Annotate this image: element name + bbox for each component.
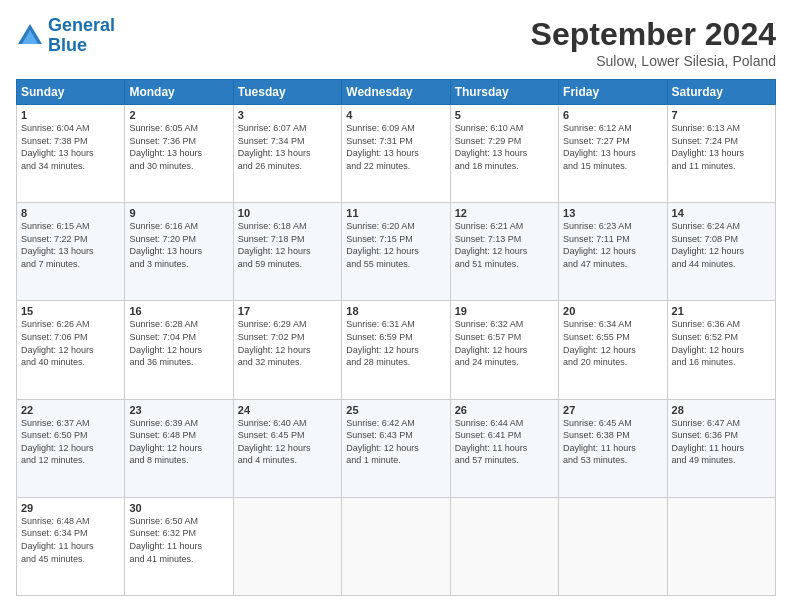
day-number: 24	[238, 404, 337, 416]
day-number: 1	[21, 109, 120, 121]
calendar-cell: 18Sunrise: 6:31 AM Sunset: 6:59 PM Dayli…	[342, 301, 450, 399]
day-info: Sunrise: 6:39 AM Sunset: 6:48 PM Dayligh…	[129, 417, 228, 467]
day-info: Sunrise: 6:13 AM Sunset: 7:24 PM Dayligh…	[672, 122, 771, 172]
calendar-cell: 6Sunrise: 6:12 AM Sunset: 7:27 PM Daylig…	[559, 105, 667, 203]
calendar-cell: 26Sunrise: 6:44 AM Sunset: 6:41 PM Dayli…	[450, 399, 558, 497]
day-number: 25	[346, 404, 445, 416]
day-info: Sunrise: 6:32 AM Sunset: 6:57 PM Dayligh…	[455, 318, 554, 368]
day-info: Sunrise: 6:28 AM Sunset: 7:04 PM Dayligh…	[129, 318, 228, 368]
day-number: 16	[129, 305, 228, 317]
calendar-cell: 10Sunrise: 6:18 AM Sunset: 7:18 PM Dayli…	[233, 203, 341, 301]
day-number: 20	[563, 305, 662, 317]
calendar-cell: 2Sunrise: 6:05 AM Sunset: 7:36 PM Daylig…	[125, 105, 233, 203]
calendar-cell: 1Sunrise: 6:04 AM Sunset: 7:38 PM Daylig…	[17, 105, 125, 203]
day-number: 26	[455, 404, 554, 416]
day-number: 28	[672, 404, 771, 416]
calendar-week-row: 8Sunrise: 6:15 AM Sunset: 7:22 PM Daylig…	[17, 203, 776, 301]
location-subtitle: Sulow, Lower Silesia, Poland	[531, 53, 776, 69]
day-of-week-header: Tuesday	[233, 80, 341, 105]
day-info: Sunrise: 6:09 AM Sunset: 7:31 PM Dayligh…	[346, 122, 445, 172]
day-info: Sunrise: 6:07 AM Sunset: 7:34 PM Dayligh…	[238, 122, 337, 172]
day-info: Sunrise: 6:50 AM Sunset: 6:32 PM Dayligh…	[129, 515, 228, 565]
day-of-week-row: SundayMondayTuesdayWednesdayThursdayFrid…	[17, 80, 776, 105]
day-number: 14	[672, 207, 771, 219]
day-number: 23	[129, 404, 228, 416]
day-info: Sunrise: 6:21 AM Sunset: 7:13 PM Dayligh…	[455, 220, 554, 270]
day-number: 18	[346, 305, 445, 317]
calendar-cell	[667, 497, 775, 595]
day-info: Sunrise: 6:42 AM Sunset: 6:43 PM Dayligh…	[346, 417, 445, 467]
calendar-cell: 13Sunrise: 6:23 AM Sunset: 7:11 PM Dayli…	[559, 203, 667, 301]
page: General Blue September 2024 Sulow, Lower…	[0, 0, 792, 612]
calendar-cell: 22Sunrise: 6:37 AM Sunset: 6:50 PM Dayli…	[17, 399, 125, 497]
calendar-cell	[233, 497, 341, 595]
calendar-cell: 21Sunrise: 6:36 AM Sunset: 6:52 PM Dayli…	[667, 301, 775, 399]
logo: General Blue	[16, 16, 115, 56]
calendar-cell: 12Sunrise: 6:21 AM Sunset: 7:13 PM Dayli…	[450, 203, 558, 301]
day-number: 13	[563, 207, 662, 219]
day-number: 22	[21, 404, 120, 416]
calendar-cell: 20Sunrise: 6:34 AM Sunset: 6:55 PM Dayli…	[559, 301, 667, 399]
calendar-cell: 9Sunrise: 6:16 AM Sunset: 7:20 PM Daylig…	[125, 203, 233, 301]
day-number: 30	[129, 502, 228, 514]
calendar: SundayMondayTuesdayWednesdayThursdayFrid…	[16, 79, 776, 596]
day-of-week-header: Sunday	[17, 80, 125, 105]
day-info: Sunrise: 6:29 AM Sunset: 7:02 PM Dayligh…	[238, 318, 337, 368]
day-number: 11	[346, 207, 445, 219]
calendar-cell: 3Sunrise: 6:07 AM Sunset: 7:34 PM Daylig…	[233, 105, 341, 203]
day-number: 9	[129, 207, 228, 219]
logo-text: General Blue	[48, 16, 115, 56]
day-number: 2	[129, 109, 228, 121]
calendar-cell: 30Sunrise: 6:50 AM Sunset: 6:32 PM Dayli…	[125, 497, 233, 595]
day-info: Sunrise: 6:45 AM Sunset: 6:38 PM Dayligh…	[563, 417, 662, 467]
day-number: 8	[21, 207, 120, 219]
calendar-cell	[342, 497, 450, 595]
logo-line1: General	[48, 15, 115, 35]
day-of-week-header: Friday	[559, 80, 667, 105]
day-number: 3	[238, 109, 337, 121]
day-of-week-header: Wednesday	[342, 80, 450, 105]
day-number: 19	[455, 305, 554, 317]
calendar-cell: 25Sunrise: 6:42 AM Sunset: 6:43 PM Dayli…	[342, 399, 450, 497]
day-info: Sunrise: 6:05 AM Sunset: 7:36 PM Dayligh…	[129, 122, 228, 172]
calendar-cell: 29Sunrise: 6:48 AM Sunset: 6:34 PM Dayli…	[17, 497, 125, 595]
logo-line2: Blue	[48, 35, 87, 55]
day-info: Sunrise: 6:23 AM Sunset: 7:11 PM Dayligh…	[563, 220, 662, 270]
calendar-cell: 14Sunrise: 6:24 AM Sunset: 7:08 PM Dayli…	[667, 203, 775, 301]
day-info: Sunrise: 6:36 AM Sunset: 6:52 PM Dayligh…	[672, 318, 771, 368]
calendar-cell	[450, 497, 558, 595]
day-of-week-header: Thursday	[450, 80, 558, 105]
day-number: 15	[21, 305, 120, 317]
day-number: 29	[21, 502, 120, 514]
calendar-cell: 24Sunrise: 6:40 AM Sunset: 6:45 PM Dayli…	[233, 399, 341, 497]
day-info: Sunrise: 6:31 AM Sunset: 6:59 PM Dayligh…	[346, 318, 445, 368]
day-of-week-header: Saturday	[667, 80, 775, 105]
day-info: Sunrise: 6:18 AM Sunset: 7:18 PM Dayligh…	[238, 220, 337, 270]
day-info: Sunrise: 6:04 AM Sunset: 7:38 PM Dayligh…	[21, 122, 120, 172]
day-info: Sunrise: 6:34 AM Sunset: 6:55 PM Dayligh…	[563, 318, 662, 368]
calendar-week-row: 1Sunrise: 6:04 AM Sunset: 7:38 PM Daylig…	[17, 105, 776, 203]
calendar-cell: 19Sunrise: 6:32 AM Sunset: 6:57 PM Dayli…	[450, 301, 558, 399]
day-number: 12	[455, 207, 554, 219]
calendar-body: 1Sunrise: 6:04 AM Sunset: 7:38 PM Daylig…	[17, 105, 776, 596]
day-info: Sunrise: 6:26 AM Sunset: 7:06 PM Dayligh…	[21, 318, 120, 368]
day-info: Sunrise: 6:47 AM Sunset: 6:36 PM Dayligh…	[672, 417, 771, 467]
day-info: Sunrise: 6:48 AM Sunset: 6:34 PM Dayligh…	[21, 515, 120, 565]
day-info: Sunrise: 6:24 AM Sunset: 7:08 PM Dayligh…	[672, 220, 771, 270]
calendar-cell: 28Sunrise: 6:47 AM Sunset: 6:36 PM Dayli…	[667, 399, 775, 497]
calendar-week-row: 15Sunrise: 6:26 AM Sunset: 7:06 PM Dayli…	[17, 301, 776, 399]
calendar-week-row: 22Sunrise: 6:37 AM Sunset: 6:50 PM Dayli…	[17, 399, 776, 497]
day-info: Sunrise: 6:20 AM Sunset: 7:15 PM Dayligh…	[346, 220, 445, 270]
day-number: 21	[672, 305, 771, 317]
calendar-cell: 4Sunrise: 6:09 AM Sunset: 7:31 PM Daylig…	[342, 105, 450, 203]
day-number: 7	[672, 109, 771, 121]
day-number: 27	[563, 404, 662, 416]
day-info: Sunrise: 6:15 AM Sunset: 7:22 PM Dayligh…	[21, 220, 120, 270]
calendar-cell: 11Sunrise: 6:20 AM Sunset: 7:15 PM Dayli…	[342, 203, 450, 301]
day-of-week-header: Monday	[125, 80, 233, 105]
calendar-cell: 17Sunrise: 6:29 AM Sunset: 7:02 PM Dayli…	[233, 301, 341, 399]
day-info: Sunrise: 6:12 AM Sunset: 7:27 PM Dayligh…	[563, 122, 662, 172]
day-number: 5	[455, 109, 554, 121]
month-title: September 2024	[531, 16, 776, 53]
day-info: Sunrise: 6:44 AM Sunset: 6:41 PM Dayligh…	[455, 417, 554, 467]
